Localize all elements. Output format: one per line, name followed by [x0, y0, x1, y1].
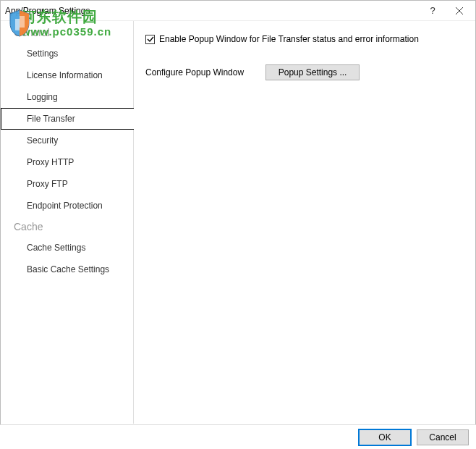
configure-popup-label: Configure Popup Window [145, 67, 244, 77]
sidebar-item-security[interactable]: Security [1, 130, 133, 151]
sidebar-category-cache: Cache [1, 217, 133, 237]
sidebar-item-label: Logging [27, 92, 58, 102]
ok-button[interactable]: OK [359, 429, 411, 445]
sidebar: General Settings License Information Log… [1, 21, 134, 424]
titlebar: App/Program Settings ? [1, 1, 475, 21]
sidebar-item-label: Security [27, 135, 58, 146]
sidebar-item-settings[interactable]: Settings [1, 43, 133, 64]
cancel-button[interactable]: Cancel [417, 429, 469, 445]
sidebar-item-label: Basic Cache Settings [27, 264, 109, 274]
content-panel: Enable Popup Window for File Transfer st… [134, 21, 475, 424]
window-title: App/Program Settings [5, 6, 422, 16]
sidebar-item-label: Proxy HTTP [27, 157, 74, 167]
popup-settings-button[interactable]: Popup Settings ... [265, 64, 360, 80]
close-button[interactable] [443, 1, 475, 20]
sidebar-item-label: Cache Settings [27, 243, 85, 253]
dialog-footer: OK Cancel [0, 424, 476, 449]
sidebar-item-endpoint-protection[interactable]: Endpoint Protection [1, 195, 133, 217]
checkmark-icon [147, 35, 154, 43]
enable-popup-row: Enable Popup Window for File Transfer st… [145, 34, 464, 44]
sidebar-item-cache-settings[interactable]: Cache Settings [1, 237, 133, 259]
help-icon: ? [430, 5, 435, 16]
close-icon [456, 7, 463, 14]
sidebar-item-label: Endpoint Protection [27, 201, 103, 211]
sidebar-item-file-transfer[interactable]: File Transfer [1, 108, 134, 130]
sidebar-item-label: License Information [27, 70, 103, 80]
sidebar-item-basic-cache-settings[interactable]: Basic Cache Settings [1, 259, 133, 280]
sidebar-item-proxy-ftp[interactable]: Proxy FTP [1, 173, 133, 195]
sidebar-item-label: File Transfer [27, 114, 75, 124]
configure-popup-row: Configure Popup Window Popup Settings ..… [145, 64, 464, 80]
sidebar-item-label: Settings [27, 49, 58, 59]
sidebar-item-logging[interactable]: Logging [1, 86, 133, 108]
enable-popup-checkbox[interactable] [145, 35, 155, 44]
sidebar-item-label: Proxy FTP [27, 179, 68, 189]
enable-popup-label: Enable Popup Window for File Transfer st… [159, 34, 419, 44]
sidebar-item-license-information[interactable]: License Information [1, 64, 133, 86]
sidebar-item-proxy-http[interactable]: Proxy HTTP [1, 151, 133, 173]
main-area: General Settings License Information Log… [1, 21, 475, 424]
sidebar-category-general: General [1, 22, 133, 43]
help-button[interactable]: ? [422, 1, 443, 20]
titlebar-controls: ? [422, 1, 475, 20]
